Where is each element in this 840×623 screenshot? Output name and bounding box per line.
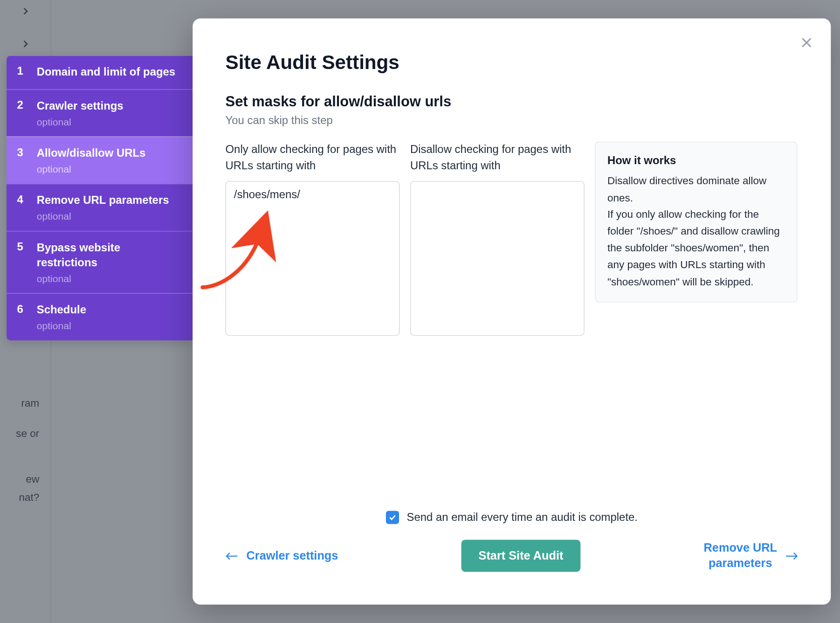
step-title: Domain and limit of pages (37, 65, 181, 80)
step-subtitle: optional (37, 210, 181, 222)
modal-title: Site Audit Settings (226, 51, 799, 74)
step-allow-disallow-urls[interactable]: 3 Allow/disallow URLs optional (7, 136, 193, 183)
step-subtitle: optional (37, 320, 181, 331)
email-checkbox[interactable] (386, 511, 399, 524)
step-number: 3 (17, 146, 27, 174)
step-subtitle: optional (37, 273, 181, 284)
close-icon (799, 35, 814, 50)
disallow-label: Disallow checking for pages with URLs st… (410, 142, 585, 174)
step-title: Schedule (37, 303, 181, 318)
step-bypass-restrictions[interactable]: 5 Bypass website restrictions optional (7, 231, 193, 293)
disallow-urls-input[interactable] (410, 181, 585, 336)
step-domain-limit[interactable]: 1 Domain and limit of pages (7, 56, 193, 90)
section-heading: Set masks for allow/disallow urls (226, 93, 799, 111)
arrow-right-icon (785, 551, 798, 561)
step-subtitle: optional (37, 163, 181, 174)
step-number: 2 (17, 99, 27, 127)
step-number: 6 (17, 303, 27, 331)
step-number: 1 (17, 65, 27, 80)
next-step-label-line1: Remove URL (704, 540, 777, 556)
how-it-works-box: How it works Disallow directives dominat… (595, 142, 797, 303)
settings-modal: Site Audit Settings Set masks for allow/… (193, 18, 831, 604)
step-number: 4 (17, 194, 27, 222)
step-title: Crawler settings (37, 99, 181, 114)
step-title: Remove URL parameters (37, 194, 181, 208)
prev-step-link[interactable]: Crawler settings (226, 549, 338, 563)
close-button[interactable] (797, 33, 816, 52)
step-remove-url-parameters[interactable]: 4 Remove URL parameters optional (7, 184, 193, 231)
arrow-left-icon (226, 551, 239, 561)
step-number: 5 (17, 241, 27, 284)
allow-label: Only allow checking for pages with URLs … (226, 142, 400, 174)
step-title: Bypass website restrictions (37, 241, 181, 271)
allow-urls-input[interactable] (226, 181, 400, 336)
prev-step-label: Crawler settings (247, 549, 338, 563)
info-title: How it works (607, 154, 785, 167)
info-paragraph: Disallow directives dominate allow ones. (607, 173, 785, 206)
step-subtitle: optional (37, 116, 181, 127)
email-checkbox-label: Send an email every time an audit is com… (407, 511, 638, 524)
info-paragraph: If you only allow checking for the folde… (607, 206, 785, 290)
wizard-steps: 1 Domain and limit of pages 2 Crawler se… (7, 56, 193, 340)
step-crawler-settings[interactable]: 2 Crawler settings optional (7, 89, 193, 136)
next-step-label-line2: parameters (704, 556, 777, 571)
check-icon (388, 513, 397, 522)
start-site-audit-button[interactable]: Start Site Audit (461, 540, 580, 572)
step-title: Allow/disallow URLs (37, 146, 181, 161)
step-schedule[interactable]: 6 Schedule optional (7, 293, 193, 340)
next-step-link[interactable]: Remove URL parameters (704, 540, 798, 571)
skip-hint: You can skip this step (226, 114, 799, 127)
